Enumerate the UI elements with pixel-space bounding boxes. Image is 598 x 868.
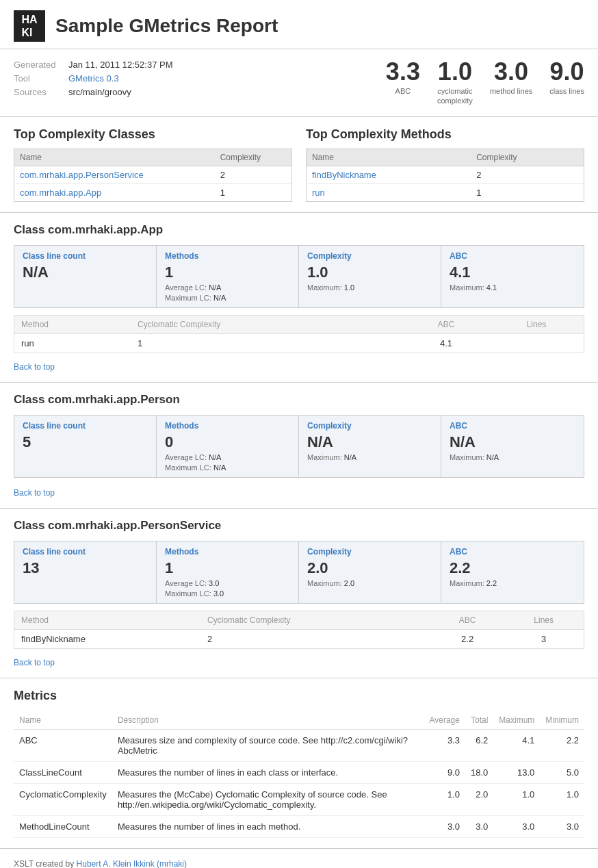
metric-value: 1	[165, 264, 290, 281]
metric-header-link[interactable]: Class line count	[23, 421, 148, 431]
metric-sub: Maximum LC: N/A	[165, 463, 290, 472]
metrics-col-header: Minimum	[540, 711, 584, 730]
stat-class-lines: 9.0 class lines	[549, 60, 584, 96]
metric-sub: Maximum: N/A	[307, 453, 432, 461]
metric-sub-val: N/A	[209, 283, 221, 292]
class-metrics-grid: Class line count 13 Methods 1 Average LC…	[14, 541, 584, 604]
metric-cell: Methods 1 Average LC: N/AMaximum LC: N/A	[157, 246, 299, 307]
methods-table: Method Cyclomatic Complexity ABC Lines r…	[14, 315, 584, 353]
metric-average-cell: 3.3	[424, 729, 465, 761]
metric-cell: Class line count 13	[14, 541, 157, 603]
sources-value: src/main/groovy	[68, 87, 131, 97]
metric-value: N/A	[23, 264, 148, 281]
metric-average-cell: 1.0	[424, 783, 465, 815]
metrics-section: Metrics NameDescriptionAverageTotalMaxim…	[0, 678, 598, 849]
metric-header-link[interactable]: Methods	[165, 421, 290, 431]
metric-header-link[interactable]: Methods	[165, 547, 290, 557]
stat-abc: 3.3 ABC	[386, 60, 420, 96]
table-row: findByNickname 2 2.2 3	[14, 629, 584, 648]
metric-header-link[interactable]: Complexity	[307, 421, 432, 431]
metric-sub: Maximum: 4.1	[450, 283, 575, 292]
stat-method-lines-label: method lines	[490, 86, 532, 96]
method-name-link[interactable]: findByNickname	[312, 170, 376, 180]
meta-section: Generated Jan 11, 2011 12:52:37 PM Tool …	[0, 49, 598, 117]
metric-sub-val: 4.1	[486, 283, 497, 292]
metric-description-cell: Measures the number of lines in each met…	[112, 815, 424, 837]
method-abc-cell: 2.2	[431, 629, 504, 648]
class-metrics-grid: Class line count N/A Methods 1 Average L…	[14, 245, 584, 308]
metric-minimum-cell: 2.2	[540, 729, 584, 761]
class-complexity-cell: 2	[215, 166, 292, 183]
metrics-col-header: Total	[465, 711, 493, 730]
tool-row: Tool GMetrics 0.3	[14, 73, 173, 84]
stat-class-lines-label: class lines	[549, 86, 584, 96]
stat-cyclomatic-label: cyclomaticcomplexity	[437, 86, 473, 106]
metric-header-link[interactable]: ABC	[450, 547, 575, 557]
method-abc-cell: 4.1	[403, 333, 489, 353]
table-row: ABC Measures size and complexity of sour…	[14, 729, 584, 761]
metric-sub: Maximum: 1.0	[307, 283, 432, 292]
metric-total-cell: 6.2	[465, 729, 493, 761]
metric-description-cell: Measures size and complexity of source c…	[112, 729, 424, 761]
metric-value: 0	[165, 433, 290, 451]
tool-link[interactable]: GMetrics 0.3	[68, 73, 119, 84]
metric-total-cell: 18.0	[465, 761, 493, 783]
metric-header-link[interactable]: Complexity	[307, 547, 432, 557]
metric-header-link[interactable]: ABC	[450, 251, 575, 261]
sources-label: Sources	[14, 87, 62, 97]
metric-sub: Average LC: N/A	[165, 283, 290, 292]
metric-header-link[interactable]: Complexity	[307, 251, 432, 261]
class-section: Class com.mrhaki.app.App Class line coun…	[0, 213, 598, 383]
col-cyclomatic: Cyclomatic Complexity	[200, 611, 431, 629]
metric-value: 2.2	[450, 559, 575, 577]
metric-header-link[interactable]: ABC	[450, 421, 575, 431]
back-to-top-link[interactable]: Back to top	[14, 362, 55, 372]
metric-value: N/A	[450, 433, 575, 451]
col-lines: Lines	[489, 315, 584, 333]
metric-sub-val: 3.0	[209, 579, 219, 587]
method-complexity-cell: 1	[471, 183, 584, 201]
generated-value: Jan 11, 2011 12:52:37 PM	[68, 60, 173, 70]
top-classes-col-complexity: Complexity	[215, 149, 292, 166]
method-name-link[interactable]: run	[312, 188, 325, 198]
class-title: Class com.mrhaki.app.Person	[14, 393, 584, 407]
metric-cell: Class line count N/A	[14, 246, 157, 307]
metric-header-link[interactable]: Methods	[165, 251, 290, 261]
metric-minimum-cell: 5.0	[540, 761, 584, 783]
table-row: CyclomaticComplexity Measures the (McCab…	[14, 783, 584, 815]
metric-sub-val: N/A	[213, 294, 226, 302]
class-name-link[interactable]: com.mrhaki.app.PersonService	[20, 170, 144, 180]
sources-row: Sources src/main/groovy	[14, 87, 173, 97]
method-name-cell: run	[307, 183, 471, 201]
metric-sub-val: N/A	[486, 453, 499, 461]
footer-link[interactable]: Hubert A. Klein Ikkink (mrhaki)	[77, 859, 187, 868]
metric-sub-val: 1.0	[344, 283, 354, 292]
metric-value: 2.0	[307, 559, 432, 577]
metric-name-cell: MethodLineCount	[14, 815, 112, 837]
metric-header-link[interactable]: Class line count	[23, 251, 148, 261]
metric-sub-val: 2.0	[344, 579, 354, 587]
stat-method-lines: 3.0 method lines	[490, 60, 532, 96]
metric-name-cell: ABC	[14, 729, 112, 761]
top-methods-col-name: Name	[307, 149, 471, 166]
metric-header-link[interactable]: Class line count	[23, 547, 148, 557]
top-classes-table: Name Complexity com.mrhaki.app.PersonSer…	[14, 149, 292, 202]
method-cyclomatic-cell: 2	[200, 629, 431, 648]
metric-sub: Average LC: N/A	[165, 453, 290, 461]
class-title: Class com.mrhaki.app.PersonService	[14, 519, 584, 533]
col-lines: Lines	[504, 611, 584, 629]
metric-minimum-cell: 3.0	[540, 815, 584, 837]
class-name-link[interactable]: com.mrhaki.app.App	[20, 188, 101, 198]
top-methods-col-complexity: Complexity	[471, 149, 584, 166]
stat-class-lines-number: 9.0	[549, 60, 584, 84]
back-to-top-link[interactable]: Back to top	[14, 658, 55, 667]
top-methods-table: Name Complexity findByNickname2run1	[306, 149, 584, 202]
top-methods-title: Top Complexity Methods	[306, 127, 584, 142]
metric-maximum-cell: 4.1	[493, 729, 540, 761]
back-to-top-link[interactable]: Back to top	[14, 488, 55, 498]
metric-cell: ABC 4.1 Maximum: 4.1	[441, 246, 584, 307]
metric-sub-val: N/A	[344, 453, 356, 461]
tool-label: Tool	[14, 73, 62, 84]
method-cyclomatic-cell: 1	[131, 333, 403, 353]
class-complexity-cell: 1	[215, 183, 292, 201]
